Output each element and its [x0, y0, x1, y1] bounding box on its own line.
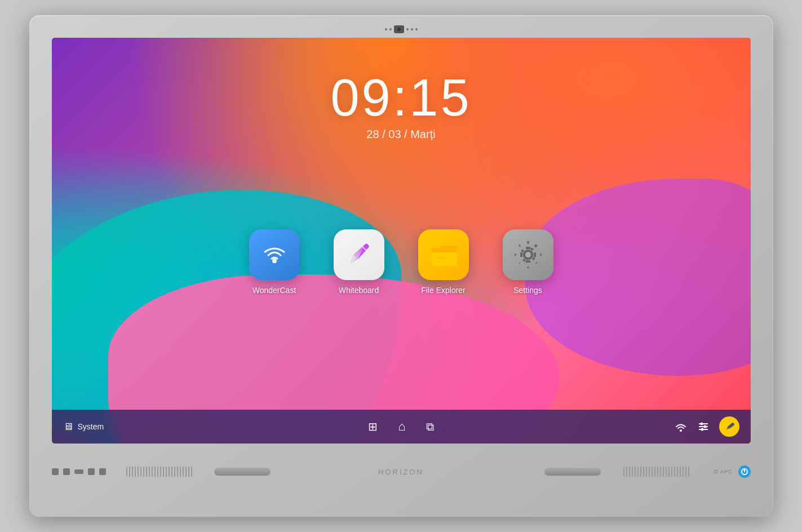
- bezel-left-controls: [52, 467, 271, 477]
- app-item-wondercast[interactable]: WonderCast: [246, 229, 303, 295]
- svg-point-9: [700, 423, 703, 425]
- clock-area: 09:15 28 / 03 / Marți: [330, 72, 471, 141]
- brand-label: HORIZON: [378, 468, 424, 476]
- svg-rect-1: [437, 257, 446, 259]
- grid-icon[interactable]: ⊞: [368, 420, 378, 433]
- apps-area: WonderCast: [246, 229, 556, 295]
- bottom-bezel: HORIZON ⊡ APC: [35, 444, 768, 500]
- speaker-left: [126, 467, 194, 477]
- screen: 09:15 28 / 03 / Marți: [52, 38, 751, 444]
- camera-icon: [394, 25, 404, 33]
- bezel-btn-4[interactable]: [88, 468, 95, 475]
- settings-label: Settings: [513, 286, 542, 295]
- speaker-right: [623, 467, 691, 477]
- fileexplorer-label: File Explorer: [421, 286, 466, 295]
- dot-right2: [411, 28, 413, 30]
- taskbar-center: ⊞ ⌂ ⧉: [368, 419, 433, 434]
- bezel-btn-3[interactable]: [74, 469, 83, 474]
- sliders-icon[interactable]: [697, 420, 710, 433]
- svg-point-0: [272, 259, 277, 263]
- bezel-btn-2[interactable]: [63, 468, 70, 475]
- svg-point-11: [701, 428, 703, 431]
- svg-point-4: [525, 252, 531, 258]
- bezel-btn-1[interactable]: [52, 468, 59, 475]
- system-label[interactable]: System: [78, 422, 104, 431]
- dot-right3: [415, 28, 418, 30]
- whiteboard-icon: [334, 229, 384, 280]
- settings-icon: [503, 229, 553, 280]
- whiteboard-label: Whiteboard: [339, 286, 379, 295]
- wondercast-label: WonderCast: [252, 286, 296, 295]
- bezel-right-controls: ⊡ APC: [544, 466, 751, 478]
- pen-holder-right: [544, 468, 601, 476]
- wondercast-icon: [249, 229, 300, 280]
- svg-point-10: [703, 425, 706, 428]
- power-button[interactable]: [738, 466, 751, 478]
- wifi-icon[interactable]: [674, 420, 688, 433]
- dot-left2: [389, 28, 392, 30]
- taskbar-right: [674, 416, 739, 437]
- app-item-whiteboard[interactable]: Whiteboard: [331, 229, 387, 295]
- dot-right: [406, 28, 409, 30]
- camera-area: [385, 25, 418, 33]
- taskbar: 🖥 System ⊞ ⌂ ⧉: [52, 410, 751, 444]
- pen-holder-left: [214, 468, 271, 476]
- svg-point-5: [680, 429, 682, 432]
- screen-wrapper: 09:15 28 / 03 / Marți: [52, 38, 751, 444]
- dot-left: [385, 28, 387, 30]
- layers-icon[interactable]: ⧉: [426, 420, 434, 433]
- marker-icon[interactable]: [719, 416, 739, 437]
- fileexplorer-icon: [418, 229, 469, 280]
- app-item-settings[interactable]: Settings: [500, 229, 556, 295]
- monitor-icon: 🖥: [63, 421, 73, 433]
- app-item-fileexplorer[interactable]: File Explorer: [415, 229, 472, 295]
- home-icon[interactable]: ⌂: [398, 419, 405, 434]
- monitor: 09:15 28 / 03 / Marți: [29, 15, 773, 517]
- bezel-btn-5[interactable]: [99, 468, 106, 475]
- clock-time: 09:15: [330, 72, 471, 123]
- apc-badge: ⊡ APC: [714, 469, 733, 475]
- clock-date: 28 / 03 / Marți: [330, 128, 471, 141]
- top-bezel: [35, 21, 768, 38]
